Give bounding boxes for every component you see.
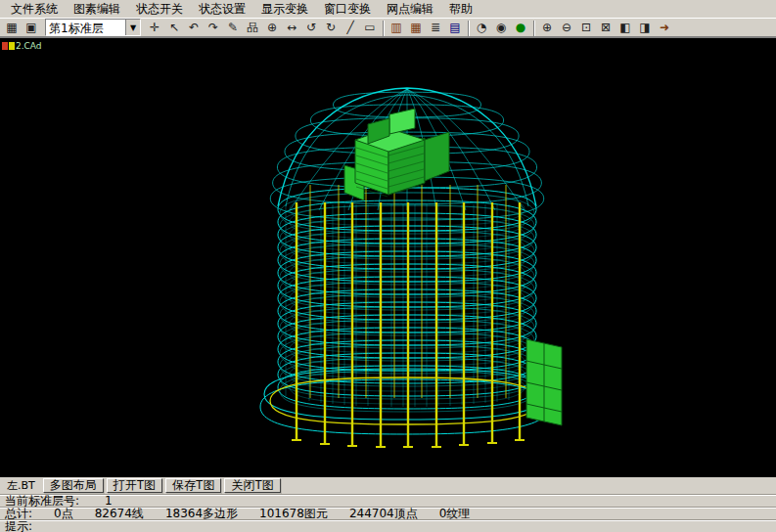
menu-item[interactable]: 网点编辑 <box>379 0 441 19</box>
clock-icon[interactable]: ◔ <box>472 19 491 36</box>
pan-icon[interactable]: ↔ <box>282 19 301 36</box>
bottom-buttons: 多图布局 打开T图 保存T图 关闭T图 <box>43 478 281 493</box>
model-file-label: 2.CAd <box>2 41 42 51</box>
toolbar: ▦ ▣ 第1标准层 ▼ ✛ ↖ ↶ ↷ ✎ 品 ⊕ ↔ ↺ ↻ ╱ <box>0 18 776 37</box>
menu-item[interactable]: 文件系统 <box>3 0 66 19</box>
globe-icon[interactable]: ◉ <box>491 19 511 36</box>
prompt-label: 提示: <box>5 520 32 532</box>
chevron-down-icon[interactable]: ▼ <box>125 20 140 35</box>
draw-pen-icon[interactable]: ✎ <box>223 19 243 36</box>
toolbar-left-icons: ▦ ▣ <box>2 19 41 36</box>
menu-item[interactable]: 显示变换 <box>253 0 316 19</box>
bottom-toolbar: 左.BT 多图布局 打开T图 保存T图 关闭T图 <box>0 477 776 494</box>
render-icon[interactable]: ● <box>511 19 530 36</box>
undo-icon[interactable]: ↶ <box>184 19 204 36</box>
next-view-icon[interactable]: ◨ <box>635 19 655 36</box>
zoom-extents-icon[interactable]: ⊠ <box>596 19 616 36</box>
select-arrow-icon[interactable]: ↖ <box>164 19 184 36</box>
line-icon[interactable]: ╱ <box>341 19 360 36</box>
stat-item: 244704顶点 <box>349 508 418 519</box>
stat-item: 总计: <box>5 508 32 519</box>
model-file-icon <box>2 42 8 50</box>
sheet-icon[interactable]: ▤ <box>445 19 465 36</box>
redo-icon[interactable]: ↷ <box>204 19 223 36</box>
layer-select-value: 第1标准层 <box>46 20 125 35</box>
status-statistics: 总计: 0点 82674线 18364多边形 101678图元 244704顶点… <box>0 507 776 519</box>
stat-item: 101678图元 <box>259 508 328 519</box>
column-grid-icon[interactable]: ▥ <box>387 19 406 36</box>
array-copy-icon[interactable]: 品 <box>243 19 262 36</box>
stat-item: 0点 <box>54 508 73 519</box>
current-layer-value: 1 <box>105 495 113 507</box>
zoom-out-icon[interactable]: ⊖ <box>557 19 576 36</box>
menu-bar: 文件系统 图素编辑 状态开关 状态设置 显示变换 窗口变换 网点编辑 帮助 <box>0 0 776 18</box>
rotate-ccw-icon[interactable]: ↺ <box>301 19 321 36</box>
exit-icon[interactable]: ➜ <box>655 19 674 36</box>
prev-view-icon[interactable]: ◧ <box>616 19 635 36</box>
menu-item[interactable]: 帮助 <box>441 0 480 19</box>
model-file-icon2 <box>9 42 15 50</box>
menu-item[interactable]: 状态设置 <box>191 0 253 19</box>
menu-item[interactable]: 图素编辑 <box>66 0 128 19</box>
list-icon[interactable]: ≣ <box>426 19 445 36</box>
layer-select[interactable]: 第1标准层 ▼ <box>45 19 141 36</box>
stat-item: 18364多边形 <box>165 508 238 519</box>
model-viewport[interactable]: 2.CAd <box>0 37 776 477</box>
save-icon[interactable]: ▣ <box>22 19 41 36</box>
save-t-button[interactable]: 保存T图 <box>165 478 221 493</box>
rect-icon[interactable]: ▭ <box>360 19 380 36</box>
new-window-icon[interactable]: ▦ <box>2 19 22 36</box>
zoom-window-icon[interactable]: ⊡ <box>576 19 596 36</box>
rotate-cw-icon[interactable]: ↻ <box>321 19 341 36</box>
table-icon[interactable]: ▦ <box>406 19 426 36</box>
menu-item[interactable]: 状态开关 <box>128 0 191 19</box>
view-label: 左.BT <box>2 478 40 493</box>
current-layer-label: 当前标准层号: <box>5 495 79 507</box>
stat-item: 0纹理 <box>439 508 471 519</box>
close-t-button[interactable]: 关闭T图 <box>224 478 280 493</box>
building-wireframe <box>0 38 776 478</box>
multi-layout-button[interactable]: 多图布局 <box>43 478 104 493</box>
status-prompt: 提示: <box>0 519 776 532</box>
crosshair-icon[interactable]: ✛ <box>145 19 164 36</box>
menu-item[interactable]: 窗口变换 <box>316 0 379 19</box>
open-t-button[interactable]: 打开T图 <box>107 478 162 493</box>
toolbar-icons: ✛ ↖ ↶ ↷ ✎ 品 ⊕ ↔ ↺ ↻ ╱ ▭ ▥ ▦ ≣ ▤ <box>145 19 674 36</box>
move-icon[interactable]: ⊕ <box>262 19 282 36</box>
model-file-name: 2.CAd <box>16 41 42 51</box>
stat-item: 82674线 <box>95 508 144 519</box>
zoom-in-icon[interactable]: ⊕ <box>537 19 557 36</box>
status-current-layer: 当前标准层号: 1 <box>0 494 776 507</box>
